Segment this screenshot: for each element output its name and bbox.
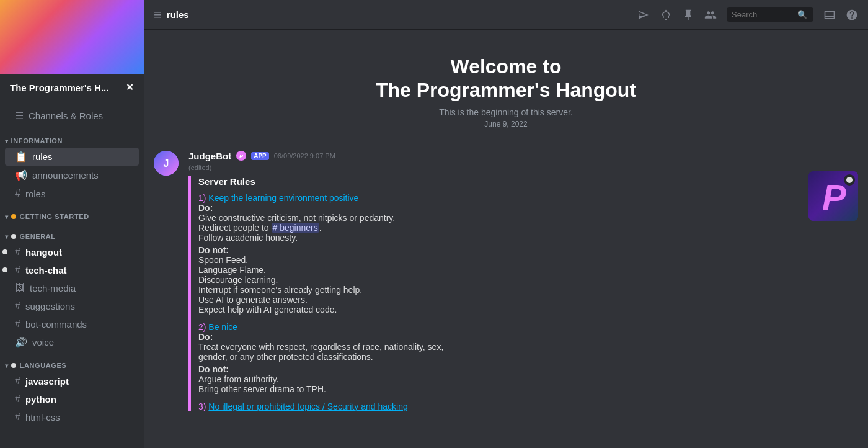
rule-2-do-item-2: gender, or any other protected classific… bbox=[198, 352, 443, 362]
server-logo-svg: P bbox=[808, 171, 858, 221]
channel-item-announcements[interactable]: 📢 announcements bbox=[5, 166, 139, 184]
pin-icon[interactable] bbox=[682, 9, 694, 21]
hash-icon: ≡ bbox=[154, 7, 162, 23]
server-logo-embed: P bbox=[808, 171, 858, 221]
channel-item-suggestions[interactable]: # suggestions bbox=[5, 297, 139, 315]
chevron-down-icon: ✕ bbox=[126, 82, 134, 93]
help-icon[interactable] bbox=[846, 9, 858, 21]
hash-icon: # bbox=[15, 300, 20, 311]
server-name: The Programmer's H... bbox=[10, 83, 108, 93]
category-chevron: ▾ bbox=[5, 362, 9, 369]
rule-3: 3) No illegal or prohibited topics / Sec… bbox=[198, 401, 443, 411]
channel-sidebar: The Programmer's H... ✕ ☰ Channels & Rol… bbox=[0, 0, 144, 448]
category-dot bbox=[11, 214, 16, 219]
channel-welcome: Welcome to The Programmer's Hangout This… bbox=[144, 30, 868, 141]
category-label: INFORMATION bbox=[11, 137, 63, 145]
message-header: JudgeBot P APP 06/09/2022 9:07 PM bbox=[188, 151, 858, 161]
rule-1-do-item-1: Give constructive criticism, not nitpick… bbox=[198, 213, 443, 223]
welcome-date: June 9, 2022 bbox=[156, 120, 856, 128]
server-name-bar[interactable]: The Programmer's H... ✕ bbox=[0, 74, 144, 101]
unread-dot bbox=[2, 267, 7, 272]
channels-roles-button[interactable]: ☰ Channels & Roles bbox=[5, 107, 139, 125]
topbar-actions: 🔍 bbox=[637, 7, 858, 22]
channel-item-html-css[interactable]: # html-css bbox=[5, 408, 139, 426]
message-edited: (edited) bbox=[188, 164, 858, 171]
rule-3-link[interactable]: No illegal or prohibited topics / Securi… bbox=[208, 401, 407, 411]
hash-icon: # bbox=[15, 411, 20, 423]
category-chevron: ▾ bbox=[5, 138, 9, 145]
inbox-icon[interactable] bbox=[823, 9, 836, 21]
rule-1: 1) Keep the learning environment positiv… bbox=[198, 193, 443, 315]
hash-icon: # bbox=[15, 188, 20, 199]
welcome-line1: Welcome to bbox=[156, 55, 856, 78]
channel-item-hangout[interactable]: # hangout bbox=[5, 243, 139, 261]
message-body-wrapper: Server Rules 1) Keep the learning enviro… bbox=[188, 171, 858, 416]
app-badge: APP bbox=[251, 152, 269, 160]
rule-1-donot-item-5: Use AI to generate answers. bbox=[198, 295, 443, 305]
category-label: GENERAL bbox=[20, 233, 56, 240]
rule-1-donot-item-4: Interrupt if someone's already getting h… bbox=[198, 285, 443, 295]
judgebot-avatar-image: J bbox=[154, 151, 179, 176]
category-label: LANGUAGES bbox=[20, 362, 67, 369]
hash-icon: # bbox=[15, 393, 20, 405]
channel-item-python[interactable]: # python bbox=[5, 390, 139, 408]
channel-item-roles[interactable]: # roles bbox=[5, 185, 139, 202]
rules-message: Server Rules 1) Keep the learning enviro… bbox=[188, 176, 443, 411]
category-languages[interactable]: ▾ LANGUAGES bbox=[0, 352, 144, 372]
message-content: JudgeBot P APP 06/09/2022 9:07 PM (edite… bbox=[188, 151, 858, 416]
rule-2-link[interactable]: Be nice bbox=[208, 322, 237, 332]
rule-1-donot-item-2: Language Flame. bbox=[198, 265, 443, 275]
hash-icon: # bbox=[15, 246, 20, 258]
search-icon: 🔍 bbox=[797, 10, 807, 19]
bot-verified-icon: P bbox=[236, 151, 246, 161]
channel-list: ☰ Channels & Roles ▾ INFORMATION 📋 rules… bbox=[0, 101, 144, 448]
mute-icon[interactable] bbox=[660, 9, 672, 21]
channel-item-voice[interactable]: 🔊 voice bbox=[5, 333, 139, 351]
welcome-subtitle: This is the beginning of this server. bbox=[156, 107, 856, 117]
channel-item-tech-media[interactable]: 🖼 tech-media bbox=[5, 279, 139, 297]
rule-1-do-item-3: Follow academic honesty. bbox=[198, 233, 443, 243]
svg-point-7 bbox=[846, 177, 852, 183]
rule-1-header: 1) Keep the learning environment positiv… bbox=[198, 193, 443, 203]
rule-1-do-item-2: Redirect people to # beginners. bbox=[198, 223, 443, 233]
svg-text:P: P bbox=[822, 177, 846, 217]
rule-2-donot-item-1: Argue from authority. bbox=[198, 374, 443, 384]
channel-item-bot-commands[interactable]: # bot-commands bbox=[5, 315, 139, 333]
hash-icon: 📋 bbox=[15, 151, 27, 163]
rule-2-do-item-1: Treat everyone with respect, regardless … bbox=[198, 342, 443, 352]
rule-1-donot-item-6: Expect help with AI generated code. bbox=[198, 305, 443, 315]
channel-item-tech-chat[interactable]: # tech-chat bbox=[5, 261, 139, 279]
svg-text:J: J bbox=[164, 158, 169, 169]
members-icon[interactable] bbox=[704, 9, 717, 21]
rule-1-donot-item-1: Spoon Feed. bbox=[198, 255, 443, 265]
channel-item-rules[interactable]: 📋 rules 👤+ bbox=[5, 148, 139, 166]
beginners-mention[interactable]: # beginners bbox=[272, 223, 319, 233]
category-dot bbox=[11, 234, 16, 239]
rule-1-link[interactable]: Keep the learning environment positive bbox=[208, 193, 358, 203]
category-information[interactable]: ▾ INFORMATION bbox=[0, 127, 144, 147]
channel-item-javascript[interactable]: # javascript bbox=[5, 372, 139, 390]
topbar-channel-name: rules bbox=[167, 9, 189, 20]
rule-1-donot-label: Do not: bbox=[198, 245, 443, 255]
welcome-line2: The Programmer's Hangout bbox=[156, 78, 856, 102]
hash-icon: # bbox=[15, 375, 20, 387]
unread-dot bbox=[2, 249, 7, 254]
rule-1-donot-item-3: Discourage learning. bbox=[198, 275, 443, 285]
message-timestamp: 06/09/2022 9:07 PM bbox=[274, 152, 335, 159]
rule-2-do-label: Do: bbox=[198, 332, 443, 342]
search-box[interactable]: 🔍 bbox=[727, 7, 813, 22]
p-logo-container: P bbox=[808, 171, 858, 221]
category-dot bbox=[11, 363, 16, 368]
thread-icon[interactable] bbox=[637, 9, 650, 21]
topbar: ≡ rules 🔍 bbox=[144, 0, 868, 30]
rule-2-num: 2) bbox=[198, 322, 206, 332]
hash-icon: # bbox=[15, 264, 20, 276]
search-input[interactable] bbox=[732, 10, 794, 19]
rule-2-header: 2) Be nice bbox=[198, 322, 443, 332]
category-label: GETTING STARTED bbox=[20, 213, 89, 220]
category-getting-started[interactable]: ▾ GETTING STARTED bbox=[0, 203, 144, 223]
rule-1-num: 1) bbox=[198, 193, 206, 203]
rule-3-num: 3) bbox=[198, 401, 206, 411]
category-general[interactable]: ▾ GENERAL bbox=[0, 223, 144, 243]
server-banner bbox=[0, 0, 144, 74]
